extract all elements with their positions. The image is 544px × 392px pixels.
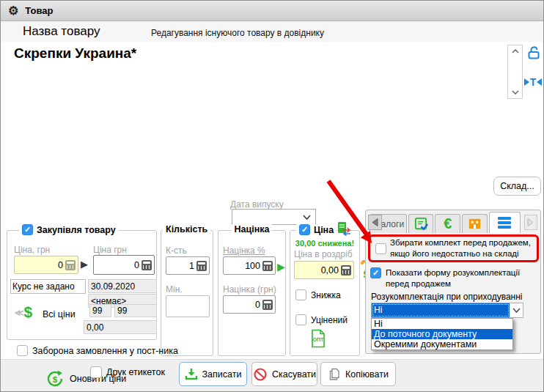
dropdown-option[interactable]: Ні xyxy=(372,319,512,329)
fit-right-arrow xyxy=(537,78,542,86)
dropdown-option-highlighted[interactable]: До поточного документу xyxy=(372,329,512,339)
markdown-label: Уцінений xyxy=(311,314,348,325)
tab-currency[interactable]: € xyxy=(435,214,460,233)
price-transfer-icon[interactable] xyxy=(336,221,352,236)
building-icon xyxy=(467,216,482,232)
markup-title: Націнка xyxy=(235,224,270,234)
quantity-title: Кількість xyxy=(166,224,207,234)
quantity-groupbox: Кількість К-сть 1 Мін. залиш. xyxy=(161,230,213,356)
show-form-checkbox[interactable] xyxy=(370,267,381,278)
print-labels-label: Друк етикеток xyxy=(106,367,165,377)
markup-pct-input[interactable]: 100 xyxy=(223,256,276,275)
price-title: Ціна xyxy=(314,225,334,235)
name-scrollbar[interactable] xyxy=(507,45,523,99)
purchase-date-field: 30.09.2020 xyxy=(88,279,157,293)
tabs-scroll-left-icon[interactable] xyxy=(368,215,382,230)
scroll-up-icon[interactable] xyxy=(508,45,522,57)
purchase-price1-input[interactable]: 0 xyxy=(14,256,78,274)
bottom-bar: $ Оновити ціни Друк етикеток Записати Ск… xyxy=(1,359,544,392)
price-checkbox[interactable] xyxy=(299,224,310,235)
collect-kit-checkbox[interactable] xyxy=(375,243,386,254)
fit-left-arrow xyxy=(524,78,529,86)
calculator-icon[interactable] xyxy=(262,300,273,310)
markup-groupbox: Націнка Націнка % 100 ▶ Націнка (грн) 0 xyxy=(218,230,286,356)
unkitting-combo-value: Ні xyxy=(372,303,510,317)
svg-text:ОПТ: ОПТ xyxy=(313,337,324,342)
svg-text:$: $ xyxy=(53,375,57,384)
kit-settings-panel: алоги € xyxy=(365,210,541,354)
tab-checklist[interactable] xyxy=(408,214,434,233)
scroll-down-icon[interactable] xyxy=(508,86,522,98)
copy-icon xyxy=(328,368,341,381)
collect-kit-highlight: Збирати комплект перед продажем, якщо йо… xyxy=(368,234,539,262)
menu-icon xyxy=(497,216,512,229)
dropdown-option[interactable]: Окремими документами xyxy=(372,339,512,350)
markup-uah-label: Націнка (грн) xyxy=(223,284,276,295)
edit-mode-subtitle: Редагування існуючого товару в довіднику xyxy=(151,28,324,38)
purchase-price2-label: Ціна грн xyxy=(93,245,127,255)
cancel-icon xyxy=(253,367,268,382)
forbid-order-label: Заборона замовлення у пост-ника xyxy=(32,346,178,356)
calculator-icon[interactable] xyxy=(341,265,351,275)
purchase-title: Закупівля товару xyxy=(37,225,116,235)
save-icon xyxy=(185,368,198,380)
forbid-order-checkbox[interactable] xyxy=(17,345,28,356)
fit-t-letter: T xyxy=(530,76,537,88)
tab-kit-options[interactable] xyxy=(489,212,521,233)
price-99a-field: 99 xyxy=(89,304,111,317)
price-groupbox: Ціна 30,00 снижена! Ціна в роздріб 0,00 … xyxy=(290,230,360,356)
warehouse-button[interactable]: Склад... xyxy=(493,177,541,196)
exchange-rate-field: Курс не задано xyxy=(10,279,86,294)
release-date-label: Дата випуску xyxy=(230,199,284,210)
gear-icon: ⚙ xyxy=(8,4,18,18)
product-window: ⚙ Товар Назва товару Редагування існуючо… xyxy=(0,0,544,392)
wholesale-opt-icon[interactable]: ОПТ xyxy=(309,329,327,348)
show-form-label: Показати форму розукомплектації перед пр… xyxy=(386,267,536,289)
window-title: Товар xyxy=(25,5,53,16)
min-stock-input[interactable] xyxy=(166,295,210,317)
calculator-icon[interactable] xyxy=(65,260,76,270)
purchase-groupbox: Закупівля товару Ціна, грн 0 ▶ Ціна грн … xyxy=(7,230,157,340)
unkitting-dropdown-list: Ні До поточного документу Окремими докум… xyxy=(371,318,513,350)
euro-icon: € xyxy=(444,215,452,232)
price-total-field: 0,00 xyxy=(84,320,157,334)
barcode-icon[interactable] xyxy=(526,109,544,121)
calculator-icon[interactable] xyxy=(196,261,207,271)
price-99b-field: 99 xyxy=(114,304,157,317)
product-name-value[interactable]: Скрепки Украина* xyxy=(14,45,136,62)
all-prices-icon: ≪$ xyxy=(15,304,32,319)
calculator-icon[interactable] xyxy=(262,261,273,271)
calculator-icon[interactable] xyxy=(141,260,152,270)
markdown-checkbox[interactable] xyxy=(295,314,306,325)
qty-label: К-сть xyxy=(166,245,187,256)
transfer-arrow-icon: ▶ xyxy=(81,259,88,270)
unkitting-combo-label: Розукомплектація при оприходуванні xyxy=(371,292,523,302)
combo-chevron-icon[interactable] xyxy=(510,303,523,317)
retail-price-input[interactable]: 0,00 xyxy=(294,261,354,279)
fit-text-icon[interactable]: T xyxy=(523,75,543,89)
print-labels-checkbox[interactable] xyxy=(90,366,102,378)
qty-input[interactable]: 1 xyxy=(166,256,210,275)
save-button[interactable]: Записати xyxy=(179,362,247,386)
chevron-down-icon xyxy=(303,215,311,220)
titlebar: ⚙ Товар xyxy=(1,1,544,21)
unlock-icon[interactable] xyxy=(526,45,542,61)
discount-checkbox[interactable] xyxy=(295,289,306,300)
tab-warehouse[interactable] xyxy=(462,214,488,233)
all-prices-label[interactable]: Всі ціни xyxy=(43,309,76,319)
release-date-select[interactable] xyxy=(232,209,316,225)
barcode-add-icon[interactable]: + xyxy=(526,141,544,153)
apply-markup-arrow-icon[interactable]: ▶ xyxy=(277,261,285,273)
retail-price-label: Ціна в роздріб xyxy=(294,249,353,259)
panel-tabs: алоги € xyxy=(370,212,537,233)
discount-label: Знижка xyxy=(311,289,341,300)
copy-button[interactable]: Копіювати xyxy=(320,362,396,386)
purchase-price2-input[interactable]: 0 xyxy=(93,255,155,275)
markup-pct-label[interactable]: Націнка % xyxy=(223,245,265,256)
tabs-scroll-right-icon[interactable] xyxy=(524,215,537,230)
markup-uah-input[interactable]: 0 xyxy=(223,295,276,314)
cancel-button[interactable]: Скасувати xyxy=(251,362,317,386)
unkitting-combobox[interactable]: Ні xyxy=(371,303,523,318)
refresh-prices-icon: $ xyxy=(45,369,65,389)
purchase-checkbox[interactable] xyxy=(22,224,33,235)
